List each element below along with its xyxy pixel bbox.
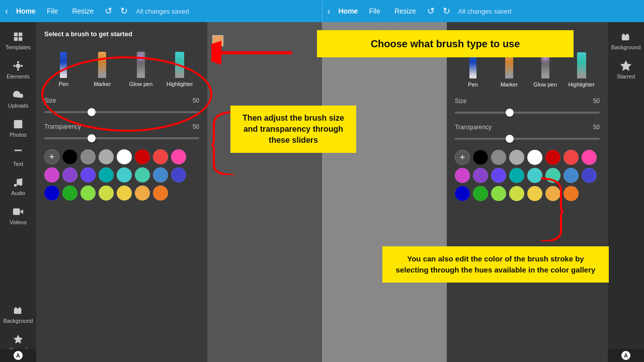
color-lime-right[interactable]	[491, 186, 506, 201]
back-arrow-left[interactable]: ‹	[5, 6, 8, 17]
brush-pen-left[interactable]: Pen	[50, 48, 76, 87]
highlighter-label-right: Highlighter	[568, 81, 595, 87]
color-lightgray-right[interactable]	[509, 150, 524, 165]
size-thumb-right[interactable]	[506, 109, 514, 117]
highlighter-icon-left	[167, 48, 193, 78]
size-slider-right: Size 50	[455, 98, 600, 118]
transparency-track-right[interactable]	[455, 138, 600, 140]
color-yellowgreen-left[interactable]	[99, 186, 114, 201]
sidebar-item-text[interactable]: Text	[0, 143, 36, 172]
marker-label-left: Marker	[94, 81, 111, 87]
color-lightgray-left[interactable]	[99, 149, 114, 164]
svg-rect-0	[14, 33, 18, 36]
draw-beta-left[interactable]: A	[0, 349, 36, 362]
sidebar-starred-right[interactable]: Starred	[608, 55, 644, 84]
color-darkblue-right[interactable]	[455, 186, 470, 201]
draw-beta-right[interactable]: A	[608, 349, 644, 362]
color-yellow-right[interactable]	[527, 186, 542, 201]
color-salmon-right[interactable]	[564, 150, 579, 165]
transparency-thumb-right[interactable]	[506, 135, 514, 143]
color-yellow-left[interactable]	[117, 186, 132, 201]
color-white-left[interactable]	[117, 149, 132, 164]
color-row-1-right: +	[455, 150, 600, 165]
color-gray-left[interactable]	[80, 149, 96, 164]
sidebar-item-audio[interactable]: Audio	[0, 172, 36, 201]
color-red-left[interactable]	[135, 149, 150, 164]
glowpen-tip-left	[139, 55, 142, 60]
sidebar-item-videos[interactable]: Videos	[0, 201, 36, 230]
back-arrow-right[interactable]: ‹	[328, 6, 331, 17]
color-gold-left[interactable]	[135, 186, 150, 201]
color-skyblue-right[interactable]	[564, 168, 579, 183]
size-track-right[interactable]	[455, 112, 600, 114]
size-thumb-left[interactable]	[88, 108, 96, 116]
color-magenta-right[interactable]	[455, 168, 470, 183]
resize-button-right[interactable]: Resize	[391, 5, 419, 17]
brush-types-right: Pen Marker Glow pen	[455, 44, 600, 92]
brush-glowpen-right[interactable]: Glow pen	[532, 48, 558, 87]
color-violet-left[interactable]	[80, 167, 96, 183]
color-darkblue-left[interactable]	[44, 186, 59, 201]
transparency-thumb-left[interactable]	[88, 134, 96, 142]
color-cyan-right[interactable]	[527, 168, 542, 183]
transparency-track-left[interactable]	[44, 137, 199, 139]
marker-icon-right	[496, 48, 522, 78]
sidebar-item-photos[interactable]: Photos	[0, 114, 36, 143]
brush-highlighter-left[interactable]: Highlighter	[167, 48, 193, 87]
color-green-left[interactable]	[62, 186, 77, 201]
brush-highlighter-right[interactable]: Highlighter	[568, 48, 595, 87]
color-mint-left[interactable]	[135, 167, 150, 183]
color-magenta-left[interactable]	[44, 167, 59, 183]
undo-right[interactable]: ↺	[427, 6, 435, 17]
canvas-gradient-top	[322, 22, 447, 52]
brush-pen-right[interactable]: Pen	[460, 48, 486, 87]
color-green-right[interactable]	[473, 186, 488, 201]
color-mint-right[interactable]	[545, 168, 560, 183]
brush-glowpen-left[interactable]: Glow pen	[128, 48, 154, 87]
svg-marker-16	[20, 209, 23, 214]
right-panel: Elements Pen Marker	[322, 22, 644, 362]
color-pink-right[interactable]	[582, 150, 597, 165]
file-button-left[interactable]: File	[44, 5, 61, 17]
color-skyblue-left[interactable]	[153, 167, 168, 183]
color-teal-right[interactable]	[509, 168, 524, 183]
brush-marker-right[interactable]: Marker	[496, 48, 522, 87]
color-lime-left[interactable]	[80, 186, 96, 201]
sidebar-item-uploads[interactable]: Uploads	[0, 84, 36, 114]
undo-left[interactable]: ↺	[105, 6, 112, 17]
size-track-left[interactable]	[44, 111, 199, 113]
color-pink-left[interactable]	[171, 149, 186, 164]
sidebar-background-right[interactable]: Background	[608, 26, 644, 55]
file-button-right[interactable]: File	[366, 5, 383, 17]
brush-marker-left[interactable]: Marker	[89, 48, 115, 87]
color-gray-right[interactable]	[491, 150, 506, 165]
redo-right[interactable]: ↻	[443, 6, 450, 17]
color-blue-right[interactable]	[582, 168, 597, 183]
color-orange-right[interactable]	[564, 186, 579, 201]
color-teal-left[interactable]	[99, 167, 114, 183]
color-add-right[interactable]: +	[455, 150, 470, 165]
home-button-left[interactable]: Home	[16, 7, 36, 15]
glowpen-body-left	[137, 52, 145, 78]
color-purple-right[interactable]	[473, 168, 488, 183]
color-blue-left[interactable]	[171, 167, 186, 183]
sidebar-item-elements[interactable]: Elements	[0, 55, 36, 84]
home-button-right[interactable]: Home	[339, 7, 358, 15]
color-yellowgreen-right[interactable]	[509, 186, 524, 201]
color-black-right[interactable]	[473, 150, 488, 165]
color-orange-left[interactable]	[153, 186, 168, 201]
color-add-left[interactable]: +	[44, 149, 59, 164]
color-white-right[interactable]	[527, 150, 542, 165]
color-purple-left[interactable]	[62, 167, 77, 183]
resize-button-left[interactable]: Resize	[69, 5, 97, 17]
color-black-left[interactable]	[62, 149, 77, 164]
color-gold-right[interactable]	[545, 186, 560, 201]
home-label-right: Home	[339, 7, 358, 15]
sidebar-item-templates[interactable]: Templates	[0, 26, 36, 55]
color-violet-right[interactable]	[491, 168, 506, 183]
color-cyan-left[interactable]	[117, 167, 132, 183]
redo-left[interactable]: ↻	[120, 6, 128, 17]
color-salmon-left[interactable]	[153, 149, 168, 164]
sidebar-item-background[interactable]: Background	[0, 300, 36, 329]
color-red-right[interactable]	[545, 150, 560, 165]
